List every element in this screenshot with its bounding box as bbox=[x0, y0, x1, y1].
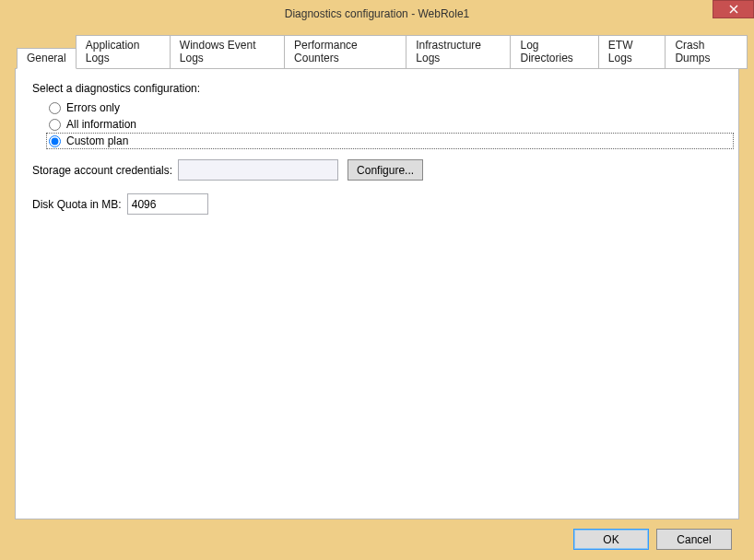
tab-windows-event-logs[interactable]: Windows Event Logs bbox=[170, 35, 285, 69]
radio-all-info-input[interactable] bbox=[49, 119, 61, 131]
tab-infrastructure-logs[interactable]: Infrastructure Logs bbox=[406, 35, 511, 69]
tab-general[interactable]: General bbox=[17, 48, 77, 69]
radio-errors-only[interactable]: Errors only bbox=[47, 100, 722, 115]
tab-crash-dumps[interactable]: Crash Dumps bbox=[665, 35, 748, 69]
tab-etw-logs[interactable]: ETW Logs bbox=[598, 35, 666, 69]
tabstrip: General Application Logs Windows Event L… bbox=[7, 35, 747, 69]
radio-all-info-label: All information bbox=[66, 118, 136, 131]
tab-application-logs[interactable]: Application Logs bbox=[76, 35, 171, 69]
radio-errors-only-input[interactable] bbox=[49, 102, 61, 114]
titlebar: Diagnostics configuration - WebRole1 bbox=[0, 0, 754, 28]
config-radio-group: Errors only All information Custom plan bbox=[47, 100, 722, 148]
storage-credentials-label: Storage account credentials: bbox=[32, 164, 172, 177]
configure-button[interactable]: Configure... bbox=[348, 159, 423, 181]
radio-errors-only-label: Errors only bbox=[66, 101, 120, 114]
disk-quota-input[interactable] bbox=[127, 193, 208, 215]
ok-button[interactable]: OK bbox=[573, 529, 649, 550]
radio-custom-plan-label: Custom plan bbox=[66, 134, 128, 147]
cancel-button[interactable]: Cancel bbox=[656, 529, 732, 550]
dialog-footer: OK Cancel bbox=[7, 519, 747, 550]
radio-custom-plan[interactable]: Custom plan bbox=[47, 134, 733, 148]
tab-log-directories[interactable]: Log Directories bbox=[510, 35, 598, 69]
radio-custom-plan-input[interactable] bbox=[49, 135, 61, 147]
close-icon bbox=[729, 5, 738, 14]
tabpanel-general: Select a diagnostics configuration: Erro… bbox=[15, 68, 739, 519]
select-config-label: Select a diagnostics configuration: bbox=[32, 82, 722, 95]
close-button[interactable] bbox=[713, 0, 754, 18]
radio-all-info[interactable]: All information bbox=[47, 117, 722, 132]
tab-performance-counters[interactable]: Performance Counters bbox=[284, 35, 406, 69]
disk-quota-label: Disk Quota in MB: bbox=[32, 198, 122, 211]
window-title: Diagnostics configuration - WebRole1 bbox=[285, 7, 470, 20]
storage-credentials-input[interactable] bbox=[178, 159, 338, 181]
